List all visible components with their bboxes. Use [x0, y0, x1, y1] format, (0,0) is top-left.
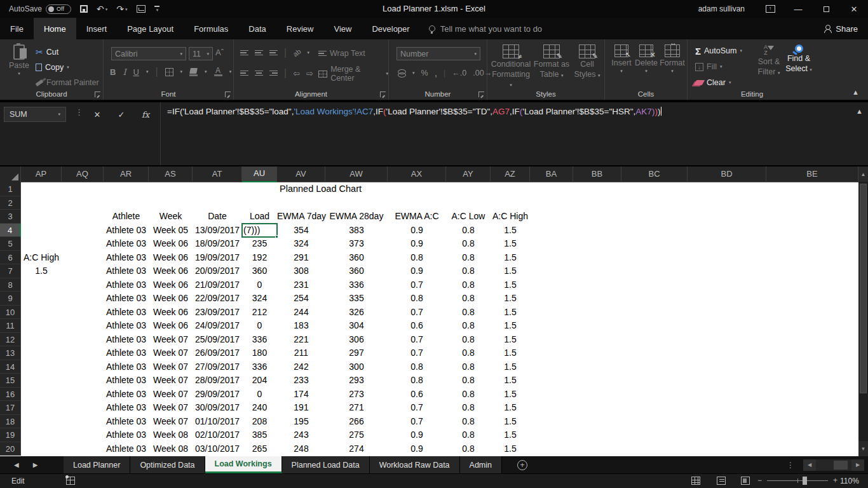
font-name-combo[interactable]: Calibri▾ — [111, 47, 186, 60]
cell-BA19[interactable] — [530, 428, 573, 442]
cell-AX1[interactable] — [388, 182, 446, 196]
tab-bar-grip-icon[interactable]: ⋮ — [787, 461, 794, 470]
scroll-up-icon[interactable]: ▲ — [858, 166, 868, 182]
copy-button[interactable]: Copy▾ — [36, 61, 69, 74]
cell-AV14[interactable]: 242 — [277, 360, 325, 374]
cell-AP16[interactable] — [21, 388, 62, 402]
minimize-button[interactable]: — — [784, 0, 812, 18]
cell-AU15[interactable]: 204 — [242, 374, 277, 388]
macro-record-icon[interactable] — [66, 477, 75, 485]
cell-BD6[interactable] — [688, 251, 766, 265]
cell-AX11[interactable]: 0.6 — [388, 319, 446, 333]
cell-AS14[interactable]: Week 07 — [149, 360, 193, 374]
cell-AX7[interactable]: 0.9 — [388, 264, 446, 278]
cell-BD1[interactable] — [688, 182, 766, 196]
font-color-button[interactable]: A — [214, 67, 222, 76]
sheet-tab-workload-raw-data[interactable]: Workload Raw Data — [370, 456, 460, 473]
row-header-10[interactable]: 10 — [0, 306, 21, 320]
cell-AW15[interactable]: 293 — [325, 374, 388, 388]
cell-BD16[interactable] — [688, 388, 766, 402]
zoom-slider-thumb[interactable] — [803, 477, 807, 485]
cell-AU12[interactable]: 336 — [242, 333, 277, 347]
vertical-scrollbar[interactable]: ▲ ▼ — [858, 166, 868, 456]
cell-AR11[interactable]: Athlete 03 — [104, 319, 149, 333]
cell-AX16[interactable]: 0.6 — [388, 388, 446, 402]
align-middle-icon[interactable] — [255, 49, 263, 57]
cell-BB13[interactable] — [573, 346, 621, 360]
cell-AV15[interactable]: 233 — [277, 374, 325, 388]
cell-BE5[interactable] — [766, 237, 858, 251]
cell-AW17[interactable]: 271 — [325, 401, 388, 415]
cell-AP5[interactable] — [21, 237, 62, 251]
cell-AW3[interactable]: EWMA 28day — [325, 210, 388, 224]
ribbon-tab-insert[interactable]: Insert — [76, 18, 118, 39]
cell-BC15[interactable] — [621, 374, 688, 388]
cell-AY2[interactable] — [446, 196, 491, 210]
cell-AU1[interactable] — [242, 182, 277, 196]
cell-AV13[interactable]: 211 — [277, 346, 325, 360]
cell-AY17[interactable]: 0.8 — [446, 401, 491, 415]
cell-AW8[interactable]: 336 — [325, 278, 388, 292]
scroll-left-icon[interactable]: ◀ — [803, 459, 816, 471]
insert-cells-button[interactable]: ↖ Insert▾ — [610, 44, 633, 74]
cell-AV18[interactable]: 195 — [277, 415, 325, 429]
cell-BE6[interactable] — [766, 251, 858, 265]
cell-AZ14[interactable]: 1.5 — [491, 360, 530, 374]
cell-AS6[interactable]: Week 06 — [149, 251, 193, 265]
save-button[interactable] — [80, 5, 88, 13]
cell-AT13[interactable]: 26/09/2017 — [193, 346, 242, 360]
underline-dropdown-icon[interactable]: ▾ — [146, 69, 149, 74]
cell-AS12[interactable]: Week 07 — [149, 333, 193, 347]
cell-AX14[interactable]: 0.8 — [388, 360, 446, 374]
cell-AZ12[interactable]: 1.5 — [491, 333, 530, 347]
cell-BB14[interactable] — [573, 360, 621, 374]
cell-AZ10[interactable]: 1.5 — [491, 306, 530, 320]
cell-AQ3[interactable] — [62, 210, 104, 224]
column-header-AZ[interactable]: AZ — [491, 166, 530, 182]
zoom-out-icon[interactable]: − — [757, 476, 762, 485]
cell-BC11[interactable] — [621, 319, 688, 333]
cell-AX17[interactable]: 0.7 — [388, 401, 446, 415]
ribbon-tab-review[interactable]: Review — [276, 18, 324, 39]
cell-BE15[interactable] — [766, 374, 858, 388]
cell-BE4[interactable] — [766, 224, 858, 238]
horizontal-scrollbar-thumb[interactable] — [834, 461, 848, 470]
cell-AV6[interactable]: 291 — [277, 251, 325, 265]
cell-BA17[interactable] — [530, 401, 573, 415]
cell-AR15[interactable]: Athlete 03 — [104, 374, 149, 388]
cell-AT8[interactable]: 21/09/2017 — [193, 278, 242, 292]
row-header-8[interactable]: 8 — [0, 278, 21, 292]
cell-AT18[interactable]: 01/10/2017 — [193, 415, 242, 429]
user-name[interactable]: adam sullivan — [698, 4, 745, 13]
cell-BC4[interactable] — [621, 224, 688, 238]
number-dialog-launcher-icon[interactable] — [478, 92, 484, 97]
insert-function-button[interactable]: fx — [136, 107, 155, 122]
zoom-slider[interactable] — [767, 480, 828, 481]
cell-BB8[interactable] — [573, 278, 621, 292]
cell-AU20[interactable]: 265 — [242, 442, 277, 456]
cell-BE19[interactable] — [766, 428, 858, 442]
cell-BB2[interactable] — [573, 196, 621, 210]
cell-AT16[interactable]: 29/09/2017 — [193, 388, 242, 402]
cell-AQ11[interactable] — [62, 319, 104, 333]
comma-style-icon[interactable]: , — [435, 67, 437, 79]
cell-BB15[interactable] — [573, 374, 621, 388]
cell-BC1[interactable] — [621, 182, 688, 196]
cell-AU13[interactable]: 180 — [242, 346, 277, 360]
cell-AQ20[interactable] — [62, 442, 104, 456]
cell-AQ5[interactable] — [62, 237, 104, 251]
cell-BA9[interactable] — [530, 292, 573, 306]
row-header-15[interactable]: 15 — [0, 374, 21, 388]
cell-AP7[interactable]: 1.5 — [21, 264, 62, 278]
cell-AY4[interactable]: 0.8 — [446, 224, 491, 238]
cell-AY15[interactable]: 0.8 — [446, 374, 491, 388]
cell-BD11[interactable] — [688, 319, 766, 333]
cell-BA2[interactable] — [530, 196, 573, 210]
cell-BD14[interactable] — [688, 360, 766, 374]
cell-AQ9[interactable] — [62, 292, 104, 306]
cell-AY11[interactable]: 0.8 — [446, 319, 491, 333]
cell-AS19[interactable]: Week 08 — [149, 428, 193, 442]
cell-AR2[interactable] — [104, 196, 149, 210]
cell-BB16[interactable] — [573, 388, 621, 402]
cell-BC3[interactable] — [621, 210, 688, 224]
